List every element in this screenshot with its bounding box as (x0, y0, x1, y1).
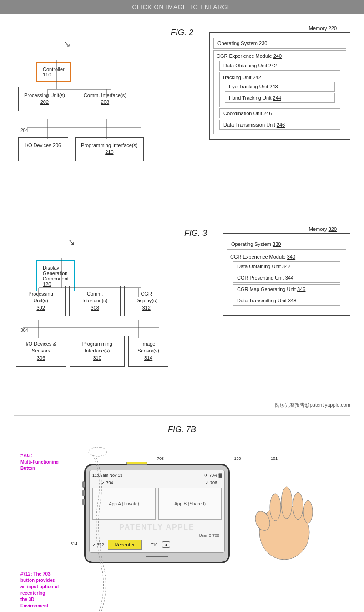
fig2-data-transmission: Data Transmission Unit 246 (219, 120, 340, 130)
fig2-data-obtaining: Data Obtaining Unit 242 (219, 61, 340, 71)
fig2-eye-tracking: Eye Tracking Unit 243 (225, 82, 335, 92)
svg-point-21 (259, 505, 309, 560)
home-indicator (146, 556, 168, 557)
fig7b-section: FIG. 7B #703: Multi-Functioning Button ↓… (14, 425, 350, 612)
fig2-section: Controller 110 ↘ Processing Unit(s) 202 … (14, 23, 350, 205)
fig3-processing-unit-box: Processing Unit(s) 302 (16, 286, 66, 316)
fig2-title: FIG. 2 (164, 28, 200, 37)
fig2-coordination: Coordination Unit 246 (219, 108, 340, 118)
fig3-image-sensor-box: Image Sensor(s) 314 (128, 336, 168, 367)
svg-point-27 (89, 447, 107, 456)
svg-point-25 (303, 500, 313, 523)
down-arrow-703: ↓ (118, 444, 121, 451)
fig3-cgr-module: CGR Experience Module 340 Data Obtaining… (227, 251, 346, 310)
top-bar: CLICK ON IMAGE TO ENLARGE (0, 0, 364, 14)
ref-706-label: ↙ 706 (205, 480, 217, 485)
fig2-tracking-unit: Tracking Unit 242 Eye Tracking Unit 243 … (219, 72, 340, 107)
ref-314: 314 (71, 541, 77, 546)
controller-label: Controller (43, 66, 65, 72)
fig3-cgr-displays-box: CGR Display(s) 312 (124, 286, 168, 316)
fig2-hand-tracking: Hand Tracking Unit 244 (225, 93, 335, 103)
camera-icon: ● (162, 541, 170, 548)
fig3-io-devices-box: I/O Devices & Sensors 306 (16, 336, 66, 367)
ref-703: 703 (157, 456, 164, 461)
ref-704-label: ↙ 704 (101, 480, 113, 485)
controller-ref: 110 (43, 72, 51, 77)
fig2-connectors (14, 23, 155, 205)
arrow-down: ↘ (64, 39, 71, 49)
controller-box: Controller 110 (36, 62, 71, 82)
programming-interface-box: Programming Interface(s) 210 (75, 137, 144, 161)
annotation-703: #703: Multi-Functioning Button (20, 453, 61, 472)
fig2-os-row: Operating System 230 (213, 38, 346, 49)
svg-point-24 (293, 492, 303, 520)
fig3-memory-section: — Memory 320 Operating System 330 CGR Ex… (223, 233, 350, 316)
app-b-window: App B (Shared) (158, 488, 222, 520)
side-btn-3 (82, 499, 85, 505)
bus-label-204: 204 (20, 128, 28, 133)
side-buttons (82, 481, 85, 505)
svg-point-23 (281, 487, 292, 519)
user-label: User B 708 (92, 533, 219, 538)
recenter-button[interactable]: Recenter (108, 540, 142, 550)
watermark: PATENTLY APPLE (92, 521, 222, 533)
fig7b-title: FIG. 7B (14, 425, 350, 434)
patently-note: 阅读完整报告@patentlyapple.com (14, 402, 350, 408)
fig2-memory-section: — Memory 220 Operating System 230 CGR Ex… (209, 32, 350, 140)
ref-101: 101 (271, 456, 278, 461)
multifunction-button[interactable] (126, 462, 147, 465)
fig3-memory-label: — Memory 320 (303, 226, 337, 232)
fig2-memory-label: — Memory 220 (303, 26, 337, 31)
fig3-programming-interface-box: Programming Interface(s) 310 (70, 336, 125, 367)
processing-unit-box: Processing Unit(s) 202 (18, 87, 71, 111)
svg-point-22 (270, 494, 281, 521)
comm-interface-box: Comm. Interface(s) 208 (78, 87, 132, 111)
top-bar-label: CLICK ON IMAGE TO ENLARGE (132, 4, 232, 10)
ref-710: 710 (151, 542, 157, 547)
ref-712-inline: ↙ 712 (92, 542, 104, 547)
io-devices-box: I/O Devices 206 (18, 137, 68, 161)
hand-illustration (248, 473, 321, 564)
bus-label-304: 304 (20, 328, 28, 333)
dgc-label: Display Generation Component (43, 265, 69, 281)
svg-point-26 (253, 509, 272, 533)
fig3-data-transmitting: Data Transmitting Unit 348 (233, 296, 340, 306)
side-btn-1 (82, 481, 85, 488)
status-bar: 11:02am Nov 13 ✈ 70% ▓ (92, 473, 222, 478)
app-a-window: App A (Private) (92, 488, 156, 520)
annotation-712: #712: The 703 button provides an input o… (20, 571, 73, 609)
fig3-os-row: Operating System 330 (227, 239, 346, 250)
dgc-arrow: ↘ (68, 237, 75, 247)
fig2-cgr-module: CGR Experience Module 240 Data Obtaining… (213, 50, 346, 134)
fig3-cgr-presenting: CGR Presenting Unit 344 (233, 273, 340, 283)
ref-120: 120— — (234, 456, 250, 461)
fig3-title: FIG. 3 (177, 229, 214, 238)
fig3-data-obtaining: Data Obtaining Unit 342 (233, 261, 340, 271)
fig3-section: Display Generation Component 120 ↘ Proce… (14, 224, 350, 397)
fig3-cgr-map-generating: CGR Map Generating Unit 346 (233, 284, 340, 294)
fig3-comm-interface-box: Comm. Interface(s) 308 (69, 286, 121, 316)
side-btn-2 (82, 490, 85, 496)
